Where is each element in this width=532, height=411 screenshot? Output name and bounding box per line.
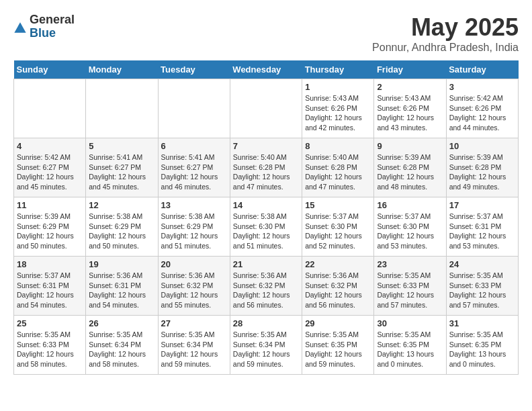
calendar-cell: 3Sunrise: 5:42 AM Sunset: 6:26 PM Daylig… (446, 79, 518, 138)
logo-text: General Blue (30, 13, 75, 40)
day-number: 23 (377, 259, 443, 269)
calendar-cell: 20Sunrise: 5:36 AM Sunset: 6:32 PM Dayli… (158, 257, 230, 316)
calendar-cell: 6Sunrise: 5:41 AM Sunset: 6:27 PM Daylig… (158, 138, 230, 197)
day-info: Sunrise: 5:43 AM Sunset: 6:26 PM Dayligh… (305, 93, 371, 133)
calendar-cell: 24Sunrise: 5:35 AM Sunset: 6:33 PM Dayli… (446, 257, 518, 316)
calendar-week-2: 4Sunrise: 5:42 AM Sunset: 6:27 PM Daylig… (14, 138, 519, 197)
day-info: Sunrise: 5:38 AM Sunset: 6:30 PM Dayligh… (233, 212, 299, 251)
calendar-week-3: 11Sunrise: 5:39 AM Sunset: 6:29 PM Dayli… (14, 197, 519, 257)
calendar-cell: 27Sunrise: 5:35 AM Sunset: 6:34 PM Dayli… (158, 316, 230, 375)
day-info: Sunrise: 5:35 AM Sunset: 6:34 PM Dayligh… (233, 330, 299, 369)
calendar-cell: 19Sunrise: 5:36 AM Sunset: 6:31 PM Dayli… (86, 257, 158, 316)
calendar-cell: 9Sunrise: 5:39 AM Sunset: 6:28 PM Daylig… (374, 138, 446, 197)
calendar-cell: 26Sunrise: 5:35 AM Sunset: 6:34 PM Dayli… (86, 316, 158, 375)
calendar-header: SundayMondayTuesdayWednesdayThursdayFrid… (14, 60, 519, 79)
calendar-cell: 30Sunrise: 5:35 AM Sunset: 6:35 PM Dayli… (374, 316, 446, 375)
day-number: 15 (305, 200, 371, 210)
calendar-cell: 12Sunrise: 5:38 AM Sunset: 6:29 PM Dayli… (86, 197, 158, 257)
weekday-header-friday: Friday (374, 60, 446, 79)
day-info: Sunrise: 5:40 AM Sunset: 6:28 PM Dayligh… (233, 152, 299, 192)
day-number: 10 (449, 141, 515, 151)
day-number: 8 (305, 141, 371, 151)
day-number: 9 (377, 141, 443, 151)
day-info: Sunrise: 5:35 AM Sunset: 6:34 PM Dayligh… (89, 330, 154, 369)
svg-marker-0 (14, 22, 26, 32)
calendar-cell: 23Sunrise: 5:35 AM Sunset: 6:33 PM Dayli… (374, 257, 446, 316)
day-number: 1 (305, 82, 371, 92)
day-number: 21 (233, 259, 299, 269)
day-number: 22 (305, 259, 371, 269)
day-number: 30 (377, 318, 443, 328)
calendar-cell: 15Sunrise: 5:37 AM Sunset: 6:30 PM Dayli… (302, 197, 374, 257)
day-info: Sunrise: 5:36 AM Sunset: 6:32 PM Dayligh… (161, 271, 227, 310)
weekday-header-sunday: Sunday (14, 60, 86, 79)
calendar-cell (230, 79, 302, 138)
day-number: 18 (17, 259, 83, 269)
day-info: Sunrise: 5:42 AM Sunset: 6:26 PM Dayligh… (449, 93, 515, 133)
logo-general-text: General (30, 13, 75, 27)
title-area: May 2025 Ponnur, Andhra Pradesh, India (372, 13, 519, 54)
calendar-cell: 16Sunrise: 5:37 AM Sunset: 6:30 PM Dayli… (374, 197, 446, 257)
day-number: 3 (449, 82, 515, 92)
weekday-header-wednesday: Wednesday (230, 60, 302, 79)
calendar-cell: 17Sunrise: 5:37 AM Sunset: 6:31 PM Dayli… (446, 197, 518, 257)
day-number: 6 (161, 141, 227, 151)
calendar-week-1: 1Sunrise: 5:43 AM Sunset: 6:26 PM Daylig… (14, 79, 519, 138)
calendar-cell: 29Sunrise: 5:35 AM Sunset: 6:35 PM Dayli… (302, 316, 374, 375)
day-number: 25 (17, 318, 83, 328)
day-number: 31 (449, 318, 515, 328)
day-number: 2 (377, 82, 443, 92)
weekday-header-tuesday: Tuesday (158, 60, 230, 79)
day-info: Sunrise: 5:35 AM Sunset: 6:35 PM Dayligh… (377, 330, 443, 369)
day-info: Sunrise: 5:36 AM Sunset: 6:31 PM Dayligh… (89, 271, 154, 310)
day-info: Sunrise: 5:35 AM Sunset: 6:34 PM Dayligh… (161, 330, 227, 369)
calendar-cell: 18Sunrise: 5:37 AM Sunset: 6:31 PM Dayli… (14, 257, 86, 316)
calendar-cell: 11Sunrise: 5:39 AM Sunset: 6:29 PM Dayli… (14, 197, 86, 257)
day-number: 29 (305, 318, 371, 328)
day-info: Sunrise: 5:41 AM Sunset: 6:27 PM Dayligh… (89, 152, 154, 192)
calendar-cell (158, 79, 230, 138)
day-info: Sunrise: 5:42 AM Sunset: 6:27 PM Dayligh… (17, 152, 83, 192)
calendar-cell: 25Sunrise: 5:35 AM Sunset: 6:33 PM Dayli… (14, 316, 86, 375)
weekday-header-saturday: Saturday (446, 60, 518, 79)
day-number: 19 (89, 259, 154, 269)
day-info: Sunrise: 5:35 AM Sunset: 6:33 PM Dayligh… (449, 271, 515, 310)
calendar-week-5: 25Sunrise: 5:35 AM Sunset: 6:33 PM Dayli… (14, 316, 519, 375)
weekday-row: SundayMondayTuesdayWednesdayThursdayFrid… (14, 60, 519, 79)
location-title: Ponnur, Andhra Pradesh, India (372, 42, 519, 54)
calendar-cell: 5Sunrise: 5:41 AM Sunset: 6:27 PM Daylig… (86, 138, 158, 197)
calendar-cell: 28Sunrise: 5:35 AM Sunset: 6:34 PM Dayli… (230, 316, 302, 375)
month-title: May 2025 (372, 13, 519, 42)
calendar-cell: 14Sunrise: 5:38 AM Sunset: 6:30 PM Dayli… (230, 197, 302, 257)
day-info: Sunrise: 5:39 AM Sunset: 6:28 PM Dayligh… (377, 152, 443, 192)
calendar-cell (86, 79, 158, 138)
day-number: 5 (89, 141, 154, 151)
calendar-body: 1Sunrise: 5:43 AM Sunset: 6:26 PM Daylig… (14, 79, 519, 375)
day-info: Sunrise: 5:40 AM Sunset: 6:28 PM Dayligh… (305, 152, 371, 192)
day-info: Sunrise: 5:37 AM Sunset: 6:31 PM Dayligh… (17, 271, 83, 310)
calendar-cell: 10Sunrise: 5:39 AM Sunset: 6:28 PM Dayli… (446, 138, 518, 197)
calendar-table: SundayMondayTuesdayWednesdayThursdayFrid… (13, 60, 519, 375)
logo-blue-text: Blue (30, 27, 75, 40)
day-number: 27 (161, 318, 227, 328)
day-number: 20 (161, 259, 227, 269)
day-number: 14 (233, 200, 299, 210)
day-number: 16 (377, 200, 443, 210)
day-info: Sunrise: 5:35 AM Sunset: 6:33 PM Dayligh… (377, 271, 443, 310)
logo: General Blue (13, 13, 75, 40)
weekday-header-monday: Monday (86, 60, 158, 79)
day-info: Sunrise: 5:38 AM Sunset: 6:29 PM Dayligh… (89, 212, 154, 251)
day-info: Sunrise: 5:36 AM Sunset: 6:32 PM Dayligh… (233, 271, 299, 310)
day-info: Sunrise: 5:39 AM Sunset: 6:29 PM Dayligh… (17, 212, 83, 251)
day-info: Sunrise: 5:41 AM Sunset: 6:27 PM Dayligh… (161, 152, 227, 192)
day-number: 26 (89, 318, 154, 328)
calendar-cell: 1Sunrise: 5:43 AM Sunset: 6:26 PM Daylig… (302, 79, 374, 138)
calendar-cell: 31Sunrise: 5:35 AM Sunset: 6:35 PM Dayli… (446, 316, 518, 375)
day-number: 13 (161, 200, 227, 210)
calendar-week-4: 18Sunrise: 5:37 AM Sunset: 6:31 PM Dayli… (14, 257, 519, 316)
day-number: 4 (17, 141, 83, 151)
page-header: General Blue May 2025 Ponnur, Andhra Pra… (13, 13, 519, 54)
calendar-cell: 8Sunrise: 5:40 AM Sunset: 6:28 PM Daylig… (302, 138, 374, 197)
day-info: Sunrise: 5:36 AM Sunset: 6:32 PM Dayligh… (305, 271, 371, 310)
day-info: Sunrise: 5:37 AM Sunset: 6:31 PM Dayligh… (449, 212, 515, 251)
